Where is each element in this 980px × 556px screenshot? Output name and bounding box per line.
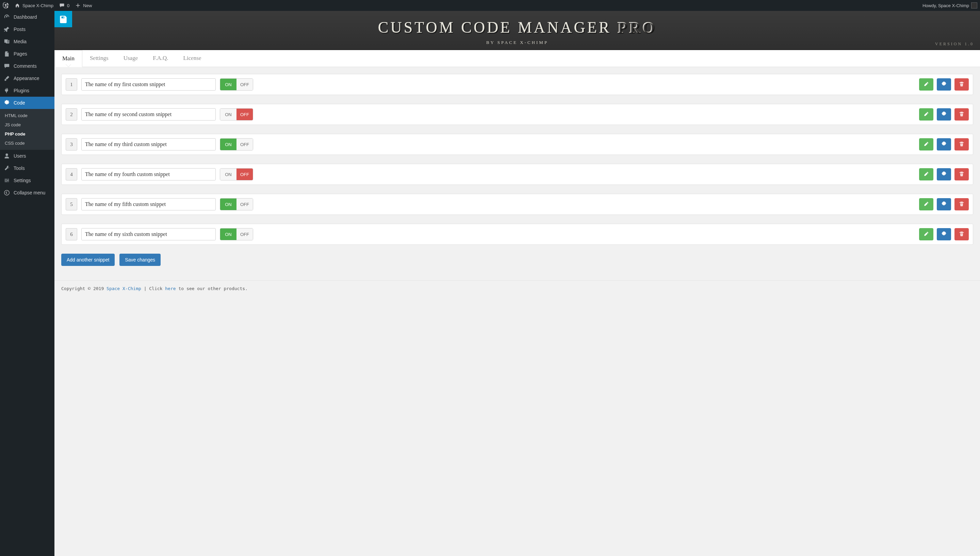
tab-settings[interactable]: Settings xyxy=(82,50,116,67)
tab-license[interactable]: License xyxy=(176,50,209,67)
snippet-name-input[interactable] xyxy=(81,138,216,150)
edit-button[interactable] xyxy=(919,198,933,210)
sidebar-item-posts[interactable]: Posts xyxy=(0,23,55,36)
save-icon xyxy=(59,15,68,24)
new-label: New xyxy=(83,3,92,8)
pro-badge: PRO xyxy=(617,19,656,36)
snippet-actions xyxy=(919,198,969,210)
sidebar-item-media[interactable]: Media xyxy=(0,36,55,48)
home-icon xyxy=(14,2,21,8)
settings-button[interactable] xyxy=(937,228,951,240)
sidebar-item-label: Pages xyxy=(14,51,27,57)
howdy-link[interactable]: Howdy, Space X-Chimp xyxy=(922,2,977,8)
submenu-item-css-code[interactable]: CSS code xyxy=(0,139,55,148)
submenu-item-js-code[interactable]: JS code xyxy=(0,120,55,129)
sidebar-item-comments[interactable]: Comments xyxy=(0,60,55,72)
sidebar-item-dashboard[interactable]: Dashboard xyxy=(0,11,55,23)
comments-count: 0 xyxy=(67,3,69,8)
snippet-row: 5ONOFF xyxy=(61,194,973,215)
save-floppy-button[interactable] xyxy=(55,11,72,27)
pencil-icon xyxy=(924,81,929,88)
footer-here-link[interactable]: here xyxy=(165,286,176,291)
edit-button[interactable] xyxy=(919,168,933,181)
settings-button[interactable] xyxy=(937,198,951,210)
admin-sidebar: DashboardPostsMediaPagesCommentsAppearan… xyxy=(0,11,55,556)
snippet-toggle[interactable]: ONOFF xyxy=(220,78,253,91)
delete-button[interactable] xyxy=(954,168,969,181)
toggle-on[interactable]: ON xyxy=(220,199,237,210)
sidebar-item-plugins[interactable]: Plugins xyxy=(0,84,55,97)
toggle-off[interactable]: OFF xyxy=(237,228,253,240)
new-link[interactable]: New xyxy=(75,2,92,8)
submenu-item-php-code[interactable]: PHP code xyxy=(0,129,55,139)
add-snippet-button[interactable]: Add another snippet xyxy=(61,254,114,266)
snippet-name-input[interactable] xyxy=(81,198,216,210)
tab-usage[interactable]: Usage xyxy=(116,50,145,67)
plus-icon xyxy=(75,2,81,8)
howdy-text: Howdy, Space X-Chimp xyxy=(922,3,969,8)
snippet-toggle[interactable]: ONOFF xyxy=(220,228,253,240)
edit-button[interactable] xyxy=(919,78,933,91)
pencil-icon xyxy=(924,112,929,118)
sidebar-item-code[interactable]: Code xyxy=(0,97,55,109)
snippet-number: 5 xyxy=(66,198,77,210)
edit-button[interactable] xyxy=(919,228,933,240)
sidebar-item-collapse-menu[interactable]: Collapse menu xyxy=(0,187,55,199)
sidebar-item-label: Settings xyxy=(14,178,31,183)
toggle-off[interactable]: OFF xyxy=(237,108,253,120)
snippet-toggle[interactable]: ONOFF xyxy=(220,108,253,121)
snippet-name-input[interactable] xyxy=(81,168,216,181)
snippet-name-input[interactable] xyxy=(81,108,216,121)
snippet-name-input[interactable] xyxy=(81,228,216,240)
footer-brand-link[interactable]: Space X-Chimp xyxy=(106,286,141,291)
delete-button[interactable] xyxy=(954,78,969,91)
settings-button[interactable] xyxy=(937,138,951,150)
site-name: Space X-Chimp xyxy=(23,3,53,8)
sidebar-item-label: Tools xyxy=(14,165,25,171)
brush-icon xyxy=(3,75,10,82)
snippet-name-input[interactable] xyxy=(81,78,216,91)
trash-icon xyxy=(959,171,964,178)
sidebar-item-pages[interactable]: Pages xyxy=(0,48,55,60)
sidebar-item-label: Plugins xyxy=(14,88,29,93)
toggle-off[interactable]: OFF xyxy=(237,168,253,180)
delete-button[interactable] xyxy=(954,228,969,240)
plug-icon xyxy=(3,87,10,94)
delete-button[interactable] xyxy=(954,198,969,210)
snippet-toggle[interactable]: ONOFF xyxy=(220,198,253,210)
sidebar-item-tools[interactable]: Tools xyxy=(0,162,55,175)
toggle-off[interactable]: OFF xyxy=(237,139,253,150)
tab-faq[interactable]: F.A.Q. xyxy=(145,50,176,67)
settings-button[interactable] xyxy=(937,168,951,181)
toggle-on[interactable]: ON xyxy=(220,139,237,150)
toggle-off[interactable]: OFF xyxy=(237,199,253,210)
settings-button[interactable] xyxy=(937,108,951,121)
sidebar-item-users[interactable]: Users xyxy=(0,150,55,162)
avatar-icon xyxy=(971,2,977,8)
sidebar-item-settings[interactable]: Settings xyxy=(0,175,55,187)
comments-link[interactable]: 0 xyxy=(59,2,69,8)
edit-button[interactable] xyxy=(919,108,933,121)
delete-button[interactable] xyxy=(954,138,969,150)
sidebar-item-appearance[interactable]: Appearance xyxy=(0,72,55,84)
gear-icon xyxy=(941,81,947,88)
save-changes-button[interactable]: Save changes xyxy=(119,254,161,266)
pencil-icon xyxy=(924,171,929,178)
gear-icon xyxy=(941,141,947,148)
edit-button[interactable] xyxy=(919,138,933,150)
comment-icon xyxy=(3,63,10,70)
snippet-toggle[interactable]: ONOFF xyxy=(220,138,253,150)
tab-main[interactable]: Main xyxy=(55,50,82,67)
site-link[interactable]: Space X-Chimp xyxy=(14,2,53,8)
toggle-on[interactable]: ON xyxy=(220,228,237,240)
wp-logo[interactable] xyxy=(3,2,9,8)
submenu-item-html-code[interactable]: HTML code xyxy=(0,111,55,120)
toggle-on[interactable]: ON xyxy=(220,168,237,180)
toggle-off[interactable]: OFF xyxy=(237,79,253,90)
delete-button[interactable] xyxy=(954,108,969,121)
snippet-toggle[interactable]: ONOFF xyxy=(220,168,253,181)
snippet-row: 3ONOFF xyxy=(61,134,973,155)
toggle-on[interactable]: ON xyxy=(220,79,237,90)
toggle-on[interactable]: ON xyxy=(220,108,237,120)
settings-button[interactable] xyxy=(937,78,951,91)
